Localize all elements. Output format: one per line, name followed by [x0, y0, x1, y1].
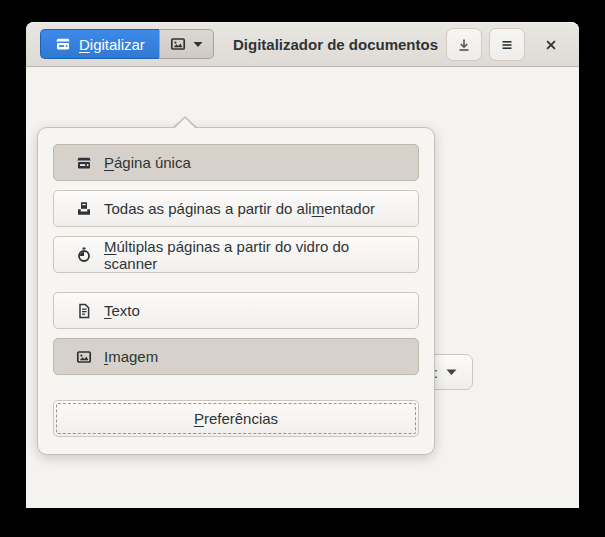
download-icon [456, 37, 472, 53]
menu-item-single-page[interactable]: Página única [53, 144, 419, 181]
app-window: Digitalizar Digitalizador de document [26, 22, 579, 508]
close-icon [543, 37, 559, 53]
scan-mode-dropdown-button[interactable] [159, 29, 214, 59]
menu-item-label: Página única [104, 154, 191, 171]
menu-item-label: Texto [104, 302, 140, 319]
scan-button-label: Digitalizar [79, 36, 145, 53]
menu-button[interactable] [489, 28, 525, 61]
menu-item-image[interactable]: Imagem [53, 338, 419, 375]
scanner-icon [76, 155, 92, 171]
image-icon [76, 349, 92, 365]
scanner-icon [55, 36, 71, 52]
scan-button[interactable]: Digitalizar [40, 29, 159, 59]
window-title: Digitalizador de documentos [233, 36, 438, 53]
save-button[interactable] [446, 28, 482, 61]
screenshot-canvas: { "colors": { "accent_blue": "#3584e4", … [0, 0, 605, 537]
chevron-down-icon [193, 41, 203, 48]
menu-item-label: Imagem [104, 348, 158, 365]
preferences-button[interactable]: Preferências [53, 400, 419, 437]
menu-item-label: Todas as páginas a partir do alimentador [104, 200, 375, 217]
close-button[interactable] [536, 30, 566, 60]
titlebar-actions [446, 28, 566, 61]
titlebar: Digitalizar Digitalizador de document [26, 22, 579, 67]
scan-options-popover: Página única Todas as páginas a partir d… [37, 127, 435, 455]
scan-split-button: Digitalizar [40, 29, 214, 59]
hamburger-menu-icon [499, 37, 515, 53]
window-content: : Página única [26, 67, 579, 507]
stopwatch-icon [76, 247, 92, 263]
feeder-icon [76, 201, 92, 217]
image-icon [170, 36, 186, 52]
menu-item-all-pages-feeder[interactable]: Todas as páginas a partir do alimentador [53, 190, 419, 227]
chevron-down-icon [446, 368, 457, 376]
preferences-button-label: Preferências [194, 410, 278, 427]
menu-item-label: Múltiplas páginas a partir do vidro do s… [104, 238, 406, 272]
menu-item-text[interactable]: Texto [53, 292, 419, 329]
menu-item-multiple-pages-glass[interactable]: Múltiplas páginas a partir do vidro do s… [53, 236, 419, 273]
text-document-icon [76, 303, 92, 319]
